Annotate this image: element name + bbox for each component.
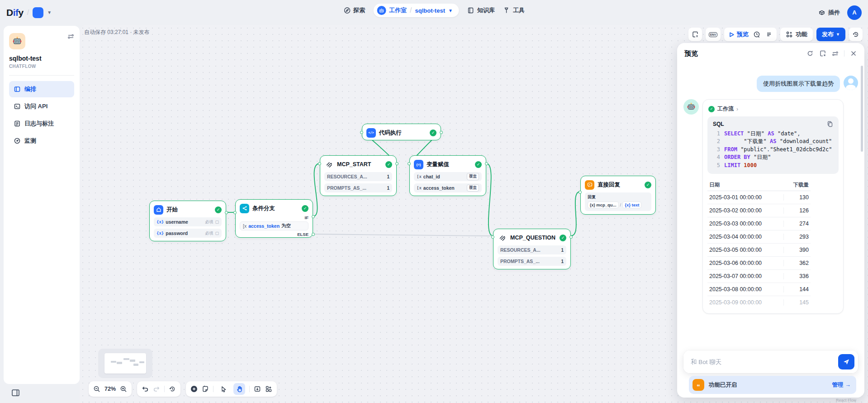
explore-icon [343, 7, 351, 14]
variable-inspect-icon[interactable] [765, 31, 772, 38]
publish-button[interactable]: 发布 ▼ [816, 28, 845, 41]
version-history-button[interactable] [849, 28, 863, 41]
checklist-button[interactable] [688, 28, 702, 41]
manage-features-link[interactable]: 管理 → [832, 381, 851, 389]
monitoring-icon [14, 137, 21, 144]
nav-explore[interactable]: 探索 [343, 6, 365, 14]
zoom-in-icon[interactable] [120, 385, 127, 393]
output-port[interactable] [395, 162, 398, 165]
workspace-icon[interactable] [33, 7, 43, 18]
change-history-icon[interactable] [169, 385, 176, 393]
canvas-minimap[interactable] [98, 349, 152, 378]
if-output-port[interactable] [312, 215, 315, 218]
variable-icon: [x [417, 186, 422, 190]
nav-knowledge[interactable]: 知识库 [467, 6, 495, 14]
panel-scrollbar[interactable] [861, 66, 863, 152]
logo-divider: / [27, 9, 29, 17]
output-port[interactable] [225, 211, 228, 214]
sql-code-block: SQL 1SELECT "日期" AS "date", 2 "下载量" AS "… [707, 116, 839, 174]
nav-plugins[interactable]: 插件 [818, 9, 840, 17]
sidebar-item-monitoring[interactable]: 监测 [9, 133, 74, 149]
input-port[interactable] [491, 235, 494, 239]
new-conversation-icon[interactable] [819, 50, 826, 57]
sql-code: 1SELECT "日期" AS "date", 2 "下载量" AS "down… [713, 130, 833, 169]
mcp-icon [498, 233, 507, 243]
node-variable-assign[interactable]: (=) 变量赋值 ✓ [x chat_id 覆盖 [x access_token… [409, 155, 486, 196]
canvas-controls: 72% [89, 381, 277, 397]
if-label: IF [240, 215, 308, 220]
preview-button[interactable]: 预览 [729, 30, 749, 38]
input-port[interactable] [360, 131, 363, 134]
sidebar-app-type: CHATFLOW [9, 64, 74, 69]
workspace-chevron-down-icon[interactable]: ▼ [47, 10, 52, 15]
output-port[interactable] [569, 235, 573, 239]
app-settings-icon[interactable] [67, 33, 74, 40]
sql-label: SQL [713, 121, 724, 127]
run-history-icon[interactable] [753, 31, 760, 38]
undo-icon[interactable] [142, 385, 149, 393]
node-row: PROMPTS_AS_... 1 [498, 257, 566, 266]
overwrite-badge: 覆盖 [467, 184, 479, 192]
node-answer[interactable]: 直接回复 ✓ 回复 (x) mcp_qu... / {x} text [580, 176, 656, 215]
success-check-icon: ✓ [385, 161, 392, 168]
studio-divider: / [410, 6, 412, 14]
sidebar-item-label: 编排 [24, 85, 36, 93]
env-variables-button[interactable]: ENV [706, 28, 721, 41]
checklist-icon [692, 31, 699, 38]
zoom-out-icon[interactable] [93, 385, 100, 393]
close-icon[interactable] [850, 50, 857, 57]
export-image-icon[interactable] [254, 385, 261, 393]
features-button[interactable]: 功能 [780, 28, 813, 41]
node-mcp-question[interactable]: MCP_QUESTION ✓ RESOURCES_A... 1 PROMPTS_… [493, 229, 571, 269]
output-port[interactable] [485, 162, 488, 165]
home-icon [154, 205, 163, 215]
sidebar-app-name: sqlbot-test [9, 55, 74, 62]
node-row: RESOURCES_A... 1 [324, 172, 392, 181]
node-start[interactable]: 开始 ✓ {x} username 必填 ▢ {x} password 必填 ▢ [149, 201, 226, 241]
autosave-status: 自动保存 03:27:01 · 未发布 [84, 29, 150, 36]
history-icon [852, 31, 859, 38]
input-port[interactable] [408, 162, 411, 165]
success-check-icon: ✓ [708, 106, 715, 112]
output-port[interactable] [440, 131, 443, 134]
app-icon[interactable] [9, 33, 25, 49]
sidebar-item-orchestrate[interactable]: 编排 [9, 81, 74, 97]
node-if-else[interactable]: 条件分支 ✓ IF [x access_token 为空 ELSE [235, 199, 313, 238]
nav-studio-pill[interactable]: 工作室 / sqlbot-test ▼ [373, 4, 459, 17]
sidebar-item-api[interactable]: 访问 API [9, 98, 74, 115]
play-icon [729, 32, 735, 38]
send-button[interactable] [838, 354, 854, 369]
hand-tool[interactable] [233, 383, 245, 395]
nav-tools[interactable]: 工具 [503, 6, 525, 14]
workflow-status-row[interactable]: ✓ 工作流 › [707, 104, 839, 116]
restart-conversation-icon[interactable] [806, 50, 814, 57]
user-avatar[interactable]: A [847, 5, 862, 20]
copy-icon[interactable] [827, 121, 833, 127]
success-check-icon: ✓ [302, 205, 308, 212]
node-row: RESOURCES_A... 1 [498, 245, 566, 254]
app-chevron-down-icon[interactable]: ▼ [448, 8, 453, 13]
organize-nodes-icon[interactable] [265, 385, 272, 393]
else-output-port[interactable] [312, 233, 315, 236]
sidebar-item-logs[interactable]: 日志与标注 [9, 115, 74, 132]
redo-icon[interactable] [153, 385, 160, 393]
input-port[interactable] [233, 211, 237, 214]
app-sidebar: sqlbot-test CHATFLOW 编排 访问 API 日志与标注 监测 [4, 26, 80, 384]
add-note-icon[interactable] [202, 385, 209, 393]
input-field-icon: ▢ [215, 231, 219, 235]
node-code[interactable]: </> 代码执行 ✓ [362, 124, 441, 140]
add-node-icon[interactable] [190, 385, 198, 393]
chat-input[interactable] [691, 359, 838, 365]
input-port[interactable] [579, 191, 582, 194]
zoom-level[interactable]: 72% [104, 386, 116, 392]
nav-current-app: sqlbot-test [415, 7, 445, 14]
pointer-tool[interactable] [218, 383, 229, 395]
answer-content: 回复 (x) mcp_qu... / {x} text [585, 192, 651, 211]
conversation-settings-icon[interactable] [832, 50, 839, 57]
success-check-icon: ✓ [430, 130, 436, 136]
table-row: 2025-03-05 00:00:00390 [707, 244, 811, 257]
sidebar-collapse-button[interactable] [12, 389, 19, 396]
input-port[interactable] [318, 162, 321, 165]
node-mcp-start[interactable]: MCP_START ✓ RESOURCES_A... 1 PROMPTS_AS_… [320, 155, 397, 196]
tools-icon [503, 7, 510, 14]
